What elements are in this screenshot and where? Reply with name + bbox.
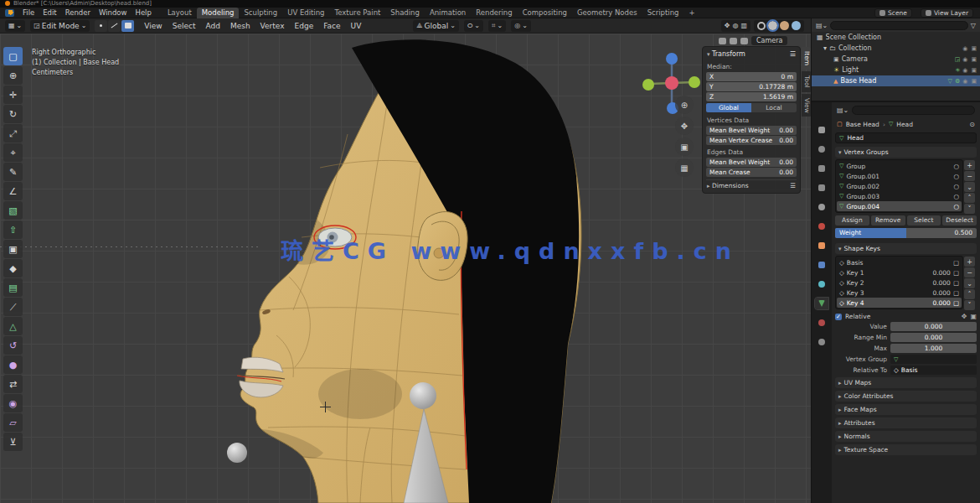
3d-viewport[interactable]: Right Orthographic (1) Collection | Base… <box>0 34 811 503</box>
tool-rip-region[interactable]: ⊻ <box>3 433 23 451</box>
mean-bevel-weight-field[interactable]: Mean Bevel Weight0.00 <box>706 126 797 135</box>
tab-view-layer[interactable] <box>815 182 828 194</box>
tab-animation[interactable]: Animation <box>425 8 471 18</box>
tool-knife[interactable]: ⟋ <box>3 298 23 316</box>
proportional-editing-selector[interactable]: ◎⌄ <box>511 20 531 32</box>
shape-key-value-field[interactable]: 0.000 <box>890 322 977 331</box>
vertex-group-item[interactable]: ▽Group.002○ <box>837 181 962 191</box>
move-up-button[interactable]: ˄ <box>964 193 975 203</box>
select-button[interactable]: Select <box>907 215 941 226</box>
tab-sculpting[interactable]: Sculpting <box>239 8 282 18</box>
add-workspace-button[interactable]: + <box>683 8 699 18</box>
mean-vertex-crease-field[interactable]: Mean Vertex Crease0.00 <box>706 136 797 145</box>
option-icon-3[interactable] <box>740 38 748 44</box>
editor-type-selector[interactable]: ▦⌄ <box>5 20 25 32</box>
navigation-gizmo[interactable] <box>638 50 705 117</box>
median-z-field[interactable]: Z1.5619 m <box>706 92 797 101</box>
menu-render[interactable]: Render <box>61 8 95 17</box>
tab-material[interactable] <box>815 317 828 329</box>
pan-button[interactable]: ✥ <box>675 117 694 135</box>
menu-help[interactable]: Help <box>131 8 155 17</box>
vertex-select-button[interactable] <box>95 20 107 32</box>
outliner-row-camera[interactable]: ▣ Camera ◲ ◉▣ <box>812 54 980 65</box>
tab-view[interactable]: View <box>802 94 811 117</box>
tab-tool[interactable]: Tool <box>802 71 811 92</box>
menu-edit[interactable]: Edit <box>39 8 60 17</box>
pin-icon[interactable]: ⊙ <box>969 121 975 128</box>
outliner-display-mode-icon[interactable]: ▤⌄ <box>816 22 828 29</box>
tool-poly-build[interactable]: △ <box>3 317 23 335</box>
add-vertex-group-button[interactable]: + <box>964 160 975 170</box>
camera-view-button[interactable]: ▣ <box>675 137 694 156</box>
tab-shading[interactable]: Shading <box>385 8 425 18</box>
menu-add[interactable]: Add <box>204 22 221 30</box>
uv-maps-panel-toggle[interactable] <box>838 379 842 386</box>
pivot-point-selector[interactable]: ⭘⌄ <box>464 20 483 32</box>
tab-scripting[interactable]: Scripting <box>642 8 684 18</box>
solid-shading-button[interactable] <box>768 21 777 30</box>
gizmo-z-pos[interactable] <box>666 53 678 65</box>
menu-view[interactable]: View <box>142 22 163 30</box>
tool-shrink-fatten[interactable]: ◉ <box>3 394 23 412</box>
view-layer-selector[interactable]: View Layer <box>921 8 973 18</box>
tab-rendering[interactable]: Rendering <box>471 8 517 18</box>
add-shape-key-button[interactable]: + <box>964 257 975 267</box>
data-name-field[interactable]: ▽ Head <box>835 132 977 143</box>
tool-shear[interactable]: ▱ <box>3 413 23 432</box>
color-attributes-panel-toggle[interactable] <box>838 392 842 400</box>
dimensions-panel-toggle[interactable]: Dimensions <box>707 182 749 189</box>
tool-select-box[interactable]: ▢ <box>3 47 23 65</box>
tab-particles[interactable] <box>815 278 828 290</box>
outliner-search-input[interactable] <box>830 21 968 30</box>
ortho-toggle-button[interactable]: ▦ <box>675 158 694 177</box>
gizmo-x-axis[interactable] <box>665 76 678 90</box>
tab-object[interactable] <box>815 240 828 252</box>
tool-rotate[interactable]: ↻ <box>3 105 23 123</box>
relative-to-field[interactable]: ◇Basis <box>890 366 977 375</box>
deselect-button[interactable]: Deselect <box>942 215 977 226</box>
menu-mesh[interactable]: Mesh <box>229 22 252 30</box>
scene-selector[interactable]: Scene <box>874 8 912 18</box>
relative-checkbox[interactable]: ✓ <box>835 314 842 320</box>
tool-transform[interactable]: ⌖ <box>3 143 23 162</box>
shape-keys-panel-toggle[interactable] <box>838 245 842 252</box>
tool-measure[interactable]: ∠ <box>3 182 23 200</box>
tab-layout[interactable]: Layout <box>162 8 197 18</box>
outliner-row-light[interactable]: ☀ Light ✳ ◉▣ <box>812 65 980 75</box>
tab-geometry-nodes[interactable]: Geometry Nodes <box>572 8 642 18</box>
texture-space-panel-toggle[interactable] <box>838 446 842 454</box>
tab-compositing[interactable]: Compositing <box>518 8 572 18</box>
menu-edge[interactable]: Edge <box>293 22 316 30</box>
tool-scale[interactable]: ⤢ <box>3 124 23 143</box>
vertex-group-item[interactable]: ▽Group.003○ <box>837 191 962 201</box>
tab-texture-paint[interactable]: Texture Paint <box>330 8 386 18</box>
range-max-field[interactable]: 1.000 <box>890 344 977 353</box>
tab-tool-settings[interactable] <box>815 124 828 136</box>
transform-orientation-selector[interactable]: ⟁ Global ⌄ <box>413 20 459 32</box>
tab-world[interactable] <box>815 220 828 232</box>
show-overlays-icon[interactable]: ◍ <box>732 22 738 29</box>
menu-uv[interactable]: UV <box>349 22 364 30</box>
menu-window[interactable]: Window <box>95 8 132 17</box>
move-down-button[interactable]: ˅ <box>964 204 975 214</box>
visibility-toggles[interactable]: ◉▣ <box>962 78 977 85</box>
expand-icon[interactable]: ▾ <box>823 44 827 52</box>
tab-item[interactable]: Item <box>802 47 811 70</box>
tool-add-cube[interactable]: ▧ <box>3 201 23 220</box>
transform-panel-toggle[interactable]: Transform <box>707 50 745 58</box>
tool-annotate[interactable]: ✎ <box>3 163 23 181</box>
move-up-button[interactable]: ˄ <box>964 289 975 299</box>
properties-search-input[interactable] <box>852 106 975 115</box>
tab-output[interactable] <box>815 163 828 174</box>
rendered-shading-button[interactable] <box>792 21 801 30</box>
vertex-groups-panel-toggle[interactable] <box>838 148 842 156</box>
tool-smooth[interactable]: ● <box>3 355 23 374</box>
weight-slider[interactable]: Weight 0.500 <box>835 228 977 238</box>
face-maps-panel-toggle[interactable] <box>838 406 842 413</box>
vertex-group-item[interactable]: ▽Group.001○ <box>837 171 962 181</box>
shape-key-item[interactable]: ◇Key 20.000▢ <box>837 277 962 288</box>
shape-key-item-selected[interactable]: ◇Key 40.000▢ <box>837 298 962 308</box>
vertex-group-field[interactable]: ▽ <box>890 355 977 364</box>
camera-dropdown[interactable]: Camera <box>751 36 787 45</box>
tab-render[interactable] <box>815 143 828 155</box>
